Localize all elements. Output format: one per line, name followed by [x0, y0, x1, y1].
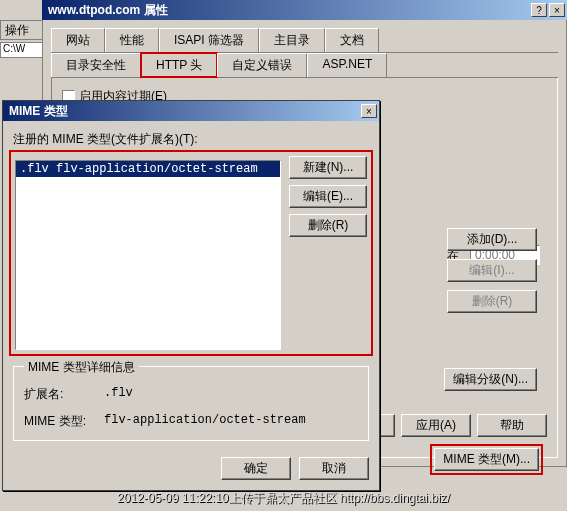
mime-cancel-button[interactable]: 取消 [299, 457, 369, 480]
type-label: MIME 类型: [24, 413, 104, 430]
mime-body: 注册的 MIME 类型(文件扩展名)(T): .flv flv-applicat… [3, 121, 379, 451]
tab-isapi[interactable]: ISAPI 筛选器 [159, 28, 259, 52]
ext-value: .flv [104, 386, 133, 403]
mime-titlebar: MIME 类型 × [3, 101, 379, 121]
tab-website[interactable]: 网站 [51, 28, 105, 52]
tab-documents[interactable]: 文档 [325, 28, 379, 52]
mime-close-icon[interactable]: × [361, 104, 377, 118]
mime-delete-button[interactable]: 删除(R) [289, 214, 367, 237]
edit-button: 编辑(I)... [447, 259, 537, 282]
tab-aspnet[interactable]: ASP.NET [307, 53, 387, 77]
list-item[interactable]: .flv flv-application/octet-stream [16, 161, 280, 177]
tab-home-dir[interactable]: 主目录 [259, 28, 325, 52]
mime-button-group: MIME 类型(M)... [434, 448, 539, 471]
watermark: 2012-05-09 11:22:10上传于鼎太产品社区 http://bbs.… [0, 490, 567, 507]
ext-label: 扩展名: [24, 386, 104, 403]
details-legend: MIME 类型详细信息 [24, 359, 139, 376]
tab-dir-security[interactable]: 目录安全性 [51, 53, 141, 77]
mime-list-area: .flv flv-application/octet-stream 新建(N).… [13, 154, 369, 352]
new-button[interactable]: 新建(N)... [289, 156, 367, 179]
tab-performance[interactable]: 性能 [105, 28, 159, 52]
tab-custom-errors[interactable]: 自定义错误 [217, 53, 307, 77]
mime-side-buttons: 新建(N)... 编辑(E)... 删除(R) [289, 156, 367, 350]
tabs-row-2: 目录安全性 HTTP 头 自定义错误 ASP.NET [51, 53, 558, 78]
delete-button: 删除(R) [447, 290, 537, 313]
rating-buttons: 编辑分级(N)... [444, 368, 537, 391]
bg-address-bar[interactable]: C:\W [0, 42, 46, 58]
mime-title: MIME 类型 [5, 103, 359, 120]
properties-titlebar: www.dtpod.com 属性 ? × [42, 0, 567, 20]
mime-types-dialog: MIME 类型 × 注册的 MIME 类型(文件扩展名)(T): .flv fl… [2, 100, 380, 491]
tabs-row-1: 网站 性能 ISAPI 筛选器 主目录 文档 [51, 28, 558, 53]
mime-edit-button[interactable]: 编辑(E)... [289, 185, 367, 208]
header-buttons: 添加(D)... 编辑(I)... 删除(R) [447, 228, 537, 313]
mime-details-group: MIME 类型详细信息 扩展名: .flv MIME 类型: flv-appli… [13, 366, 369, 441]
properties-title: www.dtpod.com 属性 [44, 2, 529, 19]
apply-button[interactable]: 应用(A) [401, 414, 471, 437]
help-button-icon[interactable]: ? [531, 3, 547, 17]
help-button[interactable]: 帮助 [477, 414, 547, 437]
mime-listbox[interactable]: .flv flv-application/octet-stream [15, 160, 281, 350]
mime-bottom-buttons: 确定 取消 [3, 451, 379, 490]
mime-ok-button[interactable]: 确定 [221, 457, 291, 480]
edit-rating-button[interactable]: 编辑分级(N)... [444, 368, 537, 391]
add-button[interactable]: 添加(D)... [447, 228, 537, 251]
type-value: flv-application/octet-stream [104, 413, 306, 430]
registered-label: 注册的 MIME 类型(文件扩展名)(T): [13, 131, 369, 148]
bg-menu-label[interactable]: 操作 [5, 22, 29, 39]
mime-types-button[interactable]: MIME 类型(M)... [434, 448, 539, 471]
tab-http-headers[interactable]: HTTP 头 [141, 53, 217, 77]
close-icon[interactable]: × [549, 3, 565, 17]
